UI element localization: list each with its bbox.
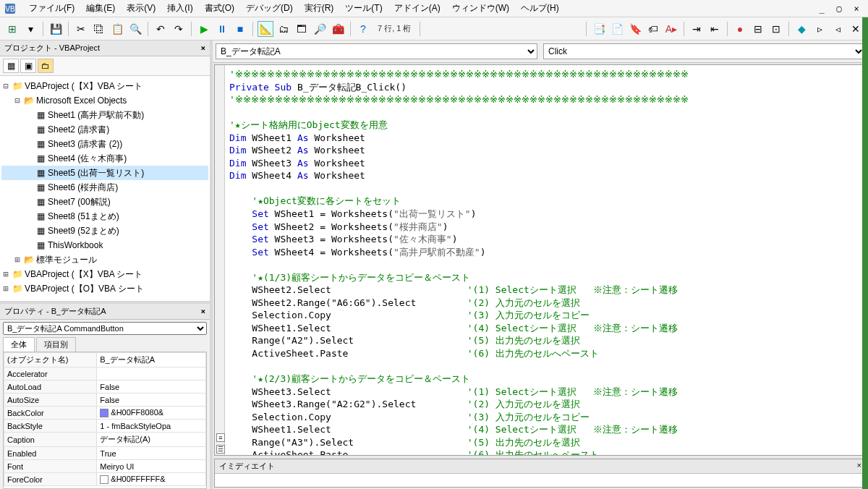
property-value[interactable]: &H00FFFFFF& bbox=[97, 473, 206, 486]
tree-node[interactable]: ⊟📂Microsoft Excel Objects bbox=[1, 93, 208, 108]
tree-node[interactable]: ▦Sheet5 (出荷一覧リスト) bbox=[1, 166, 208, 180]
minimize-button[interactable]: _ bbox=[814, 4, 829, 14]
tree-node[interactable]: ⊟📁VBAProject (【X】VBA シート bbox=[1, 79, 208, 93]
menu-item[interactable]: アドイン(A) bbox=[388, 1, 446, 14]
pause-icon[interactable]: ⏸ bbox=[214, 21, 230, 37]
project-explorer-icon[interactable]: 🗂 bbox=[276, 21, 292, 37]
property-name: (オブジェクト名) bbox=[4, 353, 97, 367]
excel-icon[interactable]: ⊞ bbox=[4, 21, 20, 37]
redo-icon[interactable]: ↷ bbox=[171, 21, 187, 37]
properties-icon[interactable]: 🗔 bbox=[294, 21, 310, 37]
object-dropdown[interactable]: B_データ転記A bbox=[216, 43, 537, 59]
menu-item[interactable]: デバッグ(D) bbox=[240, 1, 299, 14]
undo-icon[interactable]: ↶ bbox=[153, 21, 169, 37]
procedure-dropdown[interactable]: Click bbox=[543, 43, 865, 59]
immediate-close-icon[interactable]: × bbox=[857, 461, 861, 472]
bookmark-clear-icon[interactable]: ✕ bbox=[848, 21, 864, 37]
tree-node[interactable]: ▦Sheet8 (51まとめ) bbox=[1, 209, 208, 224]
edit-tool-2-icon[interactable]: 📄 bbox=[609, 21, 625, 37]
properties-tab-all[interactable]: 全体 bbox=[3, 337, 35, 352]
tree-node[interactable]: ▦Sheet2 (請求書) bbox=[1, 122, 208, 137]
view-code-icon[interactable]: ▦ bbox=[3, 59, 19, 73]
property-value[interactable]: False bbox=[97, 380, 206, 394]
right-edge-decoration bbox=[862, 17, 868, 489]
immediate-title-text: イミディエイト bbox=[219, 461, 275, 472]
design-mode-icon[interactable]: 📐 bbox=[258, 21, 273, 37]
tree-node[interactable]: ▦Sheet3 (請求書 (2)) bbox=[1, 137, 208, 151]
property-value[interactable]: B_データ転記A bbox=[97, 353, 206, 367]
view-object-icon[interactable]: ▣ bbox=[20, 59, 36, 73]
immediate-window[interactable]: イミディエイト × bbox=[214, 459, 867, 488]
project-explorer-title: プロジェクト - VBAProject × bbox=[0, 41, 210, 56]
bookmark-next-icon[interactable]: ▹ bbox=[812, 21, 827, 37]
bookmark-prev-icon[interactable]: ◃ bbox=[830, 21, 846, 37]
edit-tool-1-icon[interactable]: 📑 bbox=[591, 21, 607, 37]
help-icon[interactable]: ? bbox=[355, 21, 371, 37]
tree-node[interactable]: ⊞📁VBAProject (【X】VBA シート bbox=[1, 267, 208, 281]
property-value[interactable]: 1 - fmBackStyleOpa bbox=[97, 420, 206, 433]
stop-icon[interactable]: ■ bbox=[232, 21, 248, 37]
uncomment-icon[interactable]: ⊡ bbox=[768, 21, 784, 37]
tree-node[interactable]: ▦Sheet9 (52まとめ) bbox=[1, 224, 208, 238]
edit-tool-5-icon[interactable]: A▸ bbox=[663, 21, 679, 37]
code-navigation: B_データ転記A Click bbox=[213, 41, 868, 63]
menu-item[interactable]: ヘルプ(H) bbox=[515, 1, 565, 14]
property-value[interactable] bbox=[97, 367, 206, 380]
project-explorer-close-icon[interactable]: × bbox=[200, 43, 205, 53]
menu-item[interactable]: ファイル(F) bbox=[23, 1, 80, 14]
property-value[interactable]: False bbox=[97, 394, 206, 407]
tree-node[interactable]: ▦Sheet6 (桜井商店) bbox=[1, 180, 208, 195]
save-icon[interactable]: 💾 bbox=[48, 21, 64, 37]
procedure-view-icon[interactable]: ≡ bbox=[216, 433, 225, 442]
project-tree[interactable]: ⊟📁VBAProject (【X】VBA シート⊟📂Microsoft Exce… bbox=[0, 76, 210, 301]
menu-item[interactable]: ウィンドウ(W) bbox=[446, 1, 515, 14]
object-browser-icon[interactable]: 🔎 bbox=[312, 21, 328, 37]
menu-item[interactable]: 編集(E) bbox=[80, 1, 121, 14]
edit-tool-3-icon[interactable]: 🔖 bbox=[627, 21, 643, 37]
code-editor[interactable]: ≡ ☰ '※※※※※※※※※※※※※※※※※※※※※※※※※※※※※※※※※※※… bbox=[214, 64, 867, 456]
toggle-folders-icon[interactable]: 🗀 bbox=[38, 59, 54, 73]
tree-node[interactable]: ▦Sheet7 (00解説) bbox=[1, 195, 208, 209]
property-name: BackColor bbox=[4, 407, 97, 420]
breakpoint-icon[interactable]: ● bbox=[732, 21, 748, 37]
indent-icon[interactable]: ⇥ bbox=[689, 21, 705, 37]
tree-node[interactable]: ⊞📁VBAProject (【O】VBA シート bbox=[1, 281, 208, 296]
close-button[interactable]: × bbox=[849, 4, 864, 14]
restore-button[interactable]: ▢ bbox=[832, 4, 846, 14]
bookmark-toggle-icon[interactable]: ◆ bbox=[793, 21, 809, 37]
menu-item[interactable]: 挿入(I) bbox=[161, 1, 198, 14]
toolbox-icon[interactable]: 🧰 bbox=[330, 21, 346, 37]
tree-node[interactable]: ⊞📂標準モジュール bbox=[1, 252, 208, 267]
properties-close-icon[interactable]: × bbox=[200, 307, 205, 316]
property-name: Font bbox=[4, 460, 97, 473]
menu-item[interactable]: 書式(O) bbox=[199, 1, 240, 14]
menu-item[interactable]: ツール(T) bbox=[339, 1, 388, 14]
property-name: AutoLoad bbox=[4, 380, 97, 394]
property-value[interactable]: データ転記(A) bbox=[97, 433, 206, 447]
view-dropdown-icon[interactable]: ▾ bbox=[22, 21, 38, 37]
run-icon[interactable]: ▶ bbox=[196, 21, 212, 37]
properties-object-select[interactable]: B_データ転記A CommandButton bbox=[3, 322, 207, 335]
tree-node[interactable]: ▦Sheet1 (高井戸駅前不動) bbox=[1, 108, 208, 122]
properties-title-text: プロパティ - B_データ転記A bbox=[4, 306, 106, 317]
find-icon[interactable]: 🔍 bbox=[127, 21, 143, 37]
property-value[interactable]: Meiryo UI bbox=[97, 460, 206, 473]
edit-tool-4-icon[interactable]: 🏷 bbox=[645, 21, 661, 37]
properties-tab-categorized[interactable]: 項目別 bbox=[36, 337, 76, 352]
property-value[interactable]: &H00FF8080& bbox=[97, 407, 206, 420]
tree-node[interactable]: ▦Sheet4 (佐々木商事) bbox=[1, 151, 208, 166]
cut-icon[interactable]: ✂ bbox=[73, 21, 89, 37]
properties-grid[interactable]: (オブジェクト名)B_データ転記AAcceleratorAutoLoadFals… bbox=[3, 352, 207, 489]
code-margin: ≡ ☰ bbox=[215, 65, 225, 455]
comment-icon[interactable]: ⊟ bbox=[750, 21, 766, 37]
menu-item[interactable]: 実行(R) bbox=[299, 1, 340, 14]
property-value[interactable]: True bbox=[97, 447, 206, 460]
paste-icon[interactable]: 📋 bbox=[109, 21, 125, 37]
property-name: AutoSize bbox=[4, 394, 97, 407]
copy-icon[interactable]: ⿻ bbox=[91, 21, 107, 37]
properties-tabs: 全体 項目別 bbox=[3, 337, 207, 352]
outdent-icon[interactable]: ⇤ bbox=[707, 21, 723, 37]
full-module-view-icon[interactable]: ☰ bbox=[216, 445, 225, 454]
menu-item[interactable]: 表示(V) bbox=[121, 1, 161, 14]
tree-node[interactable]: ▦ThisWorkbook bbox=[1, 238, 208, 252]
